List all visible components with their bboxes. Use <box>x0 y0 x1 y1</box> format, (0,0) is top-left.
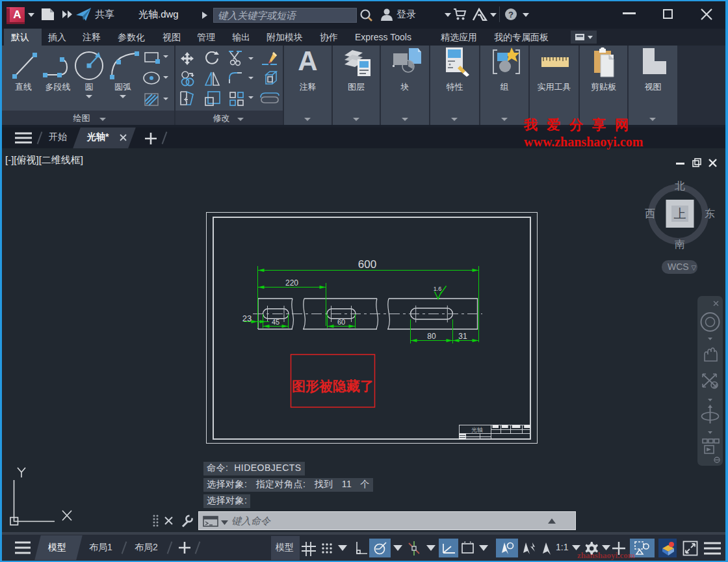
svg-text:上: 上 <box>674 207 686 221</box>
svg-text:1.6: 1.6 <box>434 286 442 292</box>
svg-text:?: ? <box>508 10 514 20</box>
svg-text:光轴: 光轴 <box>471 427 483 433</box>
svg-text:南: 南 <box>675 239 685 250</box>
svg-text:东: 东 <box>705 208 715 219</box>
svg-text:220: 220 <box>285 278 298 288</box>
svg-text:31: 31 <box>458 332 467 341</box>
svg-text:图形被隐藏了: 图形被隐藏了 <box>292 379 374 394</box>
svg-text:45: 45 <box>272 318 280 326</box>
svg-text:80: 80 <box>427 332 436 341</box>
svg-text:西: 西 <box>645 208 655 219</box>
svg-text:60: 60 <box>337 318 345 326</box>
svg-text:600: 600 <box>358 258 376 271</box>
svg-text:北: 北 <box>675 181 685 191</box>
svg-text:23: 23 <box>242 314 252 323</box>
